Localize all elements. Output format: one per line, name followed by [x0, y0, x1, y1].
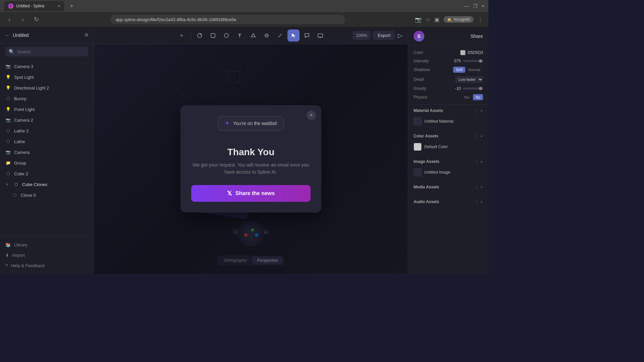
audio-assets-title: Audio Assets: [414, 199, 439, 204]
sidebar-item-bunny[interactable]: ⬡ Bunny: [0, 93, 94, 104]
add-material-icon[interactable]: +: [480, 108, 483, 113]
browser-addressbar: ‹ › ↻ app.spline.design/file/f2ec2a42-8f…: [0, 12, 488, 27]
right-panel-header: S Share: [408, 27, 488, 46]
sidebar-item-dirlight2[interactable]: 💡 Directional Light 2: [0, 82, 94, 93]
address-bar[interactable]: app.spline.design/file/f2ec2a42-8f6a-4c5…: [110, 15, 345, 24]
detail-row: Detail Low faster: [414, 76, 483, 83]
add-audio-icon[interactable]: +: [480, 199, 483, 204]
more-icon[interactable]: ⋮: [474, 184, 479, 190]
intensity-label: Intensity: [414, 59, 429, 63]
sidebar-item-label: Spot Light: [14, 75, 34, 80]
add-image-icon[interactable]: +: [480, 159, 483, 164]
gravity-label: Gravity: [414, 86, 426, 91]
color-value[interactable]: D5D5D3: [460, 50, 483, 55]
more-icon[interactable]: ⋮: [474, 159, 479, 164]
sidebar-item-label: Directional Light 2: [14, 85, 49, 90]
gravity-slider[interactable]: [463, 87, 483, 89]
export-button[interactable]: Export: [373, 31, 395, 40]
text-icon: T: [238, 33, 241, 38]
sidebar-item-lathe2[interactable]: ⬡ Lathe 2: [0, 125, 94, 136]
waitlist-badge: ✦ You're on the waitlist!: [218, 116, 284, 131]
circle-tool-button[interactable]: [220, 29, 232, 42]
physics-yes-button[interactable]: Yes: [461, 94, 472, 100]
intensity-slider[interactable]: [463, 60, 483, 62]
color-swatch[interactable]: [460, 50, 466, 55]
pointer-tool-button[interactable]: [287, 29, 300, 42]
modal-overlay[interactable]: × ✦ You're on the waitlist! Thank You We…: [94, 44, 408, 274]
sidebar-import-button[interactable]: ⬇ Import: [0, 250, 94, 260]
share-button[interactable]: Share: [471, 34, 483, 39]
refresh-button[interactable]: ↻: [32, 16, 40, 23]
text-tool-button[interactable]: T: [234, 29, 246, 42]
more-icon[interactable]: ⋮: [474, 199, 479, 204]
forward-nav-button[interactable]: ›: [19, 16, 27, 23]
sidebar-item-camera2[interactable]: 📷 Camera 2: [0, 115, 94, 125]
camera-icon: 📷: [5, 117, 11, 123]
sidebar-item-spotlight[interactable]: 💡 Spot Light: [0, 72, 94, 82]
screen-tool-button[interactable]: [314, 29, 326, 42]
svg-rect-7: [318, 34, 323, 37]
sidebar-item-clone0[interactable]: ⬡ Clone 0: [0, 190, 94, 200]
tab-close-button[interactable]: ×: [58, 3, 60, 9]
select-tool-button[interactable]: [194, 29, 206, 42]
back-nav-button[interactable]: ‹: [5, 16, 13, 23]
sidebar-help-button[interactable]: ? Help & Feedback: [0, 260, 94, 271]
sidebar-item-lathe[interactable]: ⬡ Lathe: [0, 136, 94, 147]
color-hex: D5D5D3: [468, 50, 483, 55]
browser-titlebar: S Untitled - Spline × + — ❐ ×: [0, 0, 488, 12]
color-assets-section: Color Assets ⋮ + Default Color: [408, 130, 488, 156]
main-canvas[interactable]: 1280 × 1038 (28%) Orthographic Perspecti…: [94, 44, 408, 274]
sidebar-item-camera[interactable]: 📷 Camera: [0, 147, 94, 158]
right-panel: S Share Color D5D5D3 Intensity 075: [408, 27, 488, 274]
star-icon[interactable]: ☆: [426, 16, 430, 23]
sidebar-item-label: Camera: [14, 150, 30, 155]
avatar-initial: S: [417, 34, 420, 39]
search-box[interactable]: 🔍: [5, 47, 88, 56]
path-tool-button[interactable]: [247, 29, 259, 42]
shadows-soft-button[interactable]: Soft: [453, 67, 465, 73]
freeform-tool-button[interactable]: [261, 29, 273, 42]
close-button[interactable]: ×: [482, 3, 484, 9]
back-button[interactable]: ←: [5, 33, 10, 38]
slider-thumb: [479, 59, 482, 63]
shadows-normal-button[interactable]: Normal: [466, 67, 483, 73]
box-tool-button[interactable]: [207, 29, 219, 42]
sidebar-item-camera3[interactable]: 📷 Camera 3: [0, 61, 94, 72]
play-button[interactable]: ▷: [398, 32, 402, 39]
sidebar-item-group[interactable]: 📁 Group: [0, 158, 94, 168]
material-assets-actions: ⋮ +: [474, 108, 483, 113]
sidebar-item-pointlight[interactable]: 💡 Point Light: [0, 104, 94, 115]
sidebar-library-button[interactable]: 📚 Library: [0, 240, 94, 250]
image-asset-item[interactable]: Untitled Image: [414, 167, 483, 178]
tab-favicon: S: [8, 3, 13, 9]
physics-no-button[interactable]: No: [473, 94, 483, 100]
zoom-display[interactable]: 100%: [353, 31, 370, 40]
minimize-button[interactable]: —: [465, 3, 469, 9]
add-media-icon[interactable]: +: [480, 184, 483, 190]
color-asset-item[interactable]: Default Color: [414, 141, 483, 152]
detail-dropdown[interactable]: Low faster: [455, 76, 483, 83]
more-icon[interactable]: ⋮: [474, 108, 479, 113]
sidebar-icon[interactable]: ▣: [434, 16, 439, 23]
restore-button[interactable]: ❐: [473, 3, 478, 9]
new-tab-button[interactable]: +: [67, 1, 76, 11]
add-tool-button[interactable]: +: [176, 29, 188, 42]
comment-tool-button[interactable]: [301, 29, 313, 42]
color-assets-actions: ⋮ +: [474, 133, 483, 139]
tab-area: S Untitled - Spline × +: [4, 1, 465, 11]
sidebar-item-cubeclones[interactable]: ▼ ⬡ Cube Clones: [0, 179, 94, 190]
more-icon[interactable]: ⋮: [474, 133, 479, 139]
search-input[interactable]: [17, 49, 85, 54]
sidebar-item-cube2[interactable]: ⬡ Cube 2: [0, 168, 94, 179]
material-asset-item[interactable]: Untitled Material: [414, 116, 483, 127]
add-color-icon[interactable]: +: [480, 133, 483, 139]
browser-tab[interactable]: S Untitled - Spline ×: [4, 1, 64, 11]
sidebar-menu-button[interactable]: ≡: [85, 32, 88, 39]
sidebar-item-label: Camera 3: [14, 64, 33, 69]
modal-close-button[interactable]: ×: [307, 111, 316, 120]
more-options-icon[interactable]: ⋮: [478, 16, 483, 23]
pen-tool-button[interactable]: [274, 29, 286, 42]
share-twitter-button[interactable]: 𝕏 Share the news: [191, 185, 311, 202]
project-name: Untitled: [13, 33, 29, 38]
audio-assets-actions: ⋮ +: [474, 199, 483, 204]
